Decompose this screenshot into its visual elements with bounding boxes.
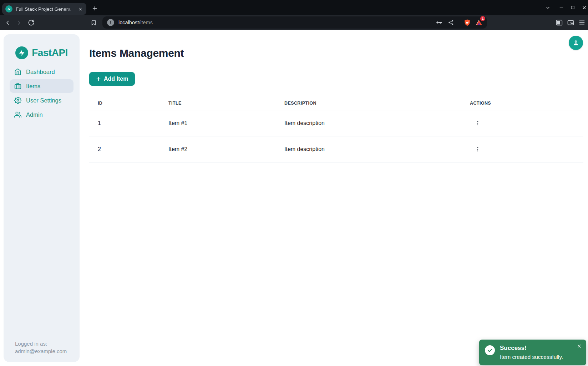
fastapi-favicon-icon: [5, 5, 12, 12]
kebab-icon: [475, 146, 481, 152]
logged-in-label: Logged in as:: [15, 340, 67, 347]
url-host: localhost: [118, 20, 139, 25]
menu-hamburger-icon[interactable]: [578, 19, 586, 26]
tab-close-icon[interactable]: [77, 6, 83, 12]
browser-tab[interactable]: Full Stack Project Genera: [2, 3, 86, 15]
password-key-icon[interactable]: [435, 19, 443, 26]
cell-id: 2: [89, 136, 160, 162]
fastapi-bolt-icon: [15, 46, 28, 59]
cell-description: Item description: [276, 136, 461, 162]
url-text: localhost/items: [118, 20, 153, 25]
sidebar-item-dashboard[interactable]: Dashboard: [10, 65, 74, 79]
toolbar-divider: [459, 19, 459, 26]
tab-title: Full Stack Project Genera: [16, 6, 77, 12]
reload-button[interactable]: [27, 19, 35, 26]
sidebar-item-label: Items: [26, 83, 40, 90]
toast-close-button[interactable]: [576, 343, 582, 349]
site-info-icon[interactable]: [107, 19, 114, 26]
wallet-icon[interactable]: [567, 19, 574, 26]
maximize-button[interactable]: [569, 4, 577, 11]
forward-button[interactable]: [15, 19, 23, 26]
sidebar-panel-icon[interactable]: [555, 19, 563, 26]
sidebar-item-label: User Settings: [26, 97, 61, 104]
browser-toolbar: localhost/items 1: [0, 15, 588, 30]
url-bar[interactable]: localhost/items 1: [102, 16, 487, 29]
main-content: Items Management Add Item ID TITLE DESCR…: [89, 30, 583, 162]
sidebar-item-label: Admin: [26, 111, 43, 118]
minimize-button[interactable]: [557, 4, 565, 11]
sidebar-item-label: Dashboard: [26, 69, 55, 75]
sidebar-item-user-settings[interactable]: User Settings: [10, 94, 74, 107]
close-window-button[interactable]: [580, 4, 588, 11]
url-path: /items: [139, 20, 153, 25]
bookmark-icon[interactable]: [90, 19, 97, 26]
toast-body: Success! Item created successfully.: [500, 344, 563, 360]
column-header-actions: ACTIONS: [461, 96, 583, 110]
success-toast: Success! Item created successfully.: [479, 340, 586, 365]
users-icon: [14, 111, 21, 118]
column-header-title: TITLE: [160, 96, 276, 110]
cell-title: Item #2: [160, 136, 276, 162]
table-header-row: ID TITLE DESCRIPTION ACTIONS: [89, 96, 583, 110]
page-title: Items Management: [89, 47, 583, 59]
row-actions-menu-button[interactable]: [473, 144, 483, 154]
fastapi-logo: FastAPI: [4, 34, 80, 59]
brave-rewards-icon[interactable]: 1: [475, 19, 483, 26]
home-icon: [14, 68, 21, 75]
new-tab-button[interactable]: [90, 4, 99, 13]
toast-title: Success!: [500, 345, 563, 352]
user-avatar-button[interactable]: [569, 36, 583, 50]
back-button[interactable]: [4, 19, 11, 26]
app-sidebar: FastAPI Dashboard Items User Settings Ad…: [4, 34, 80, 362]
brave-shield-icon[interactable]: [463, 19, 471, 26]
toast-message: Item created successfully.: [500, 354, 563, 360]
browser-tab-bar: Full Stack Project Genera: [0, 0, 588, 15]
cell-title: Item #1: [160, 110, 276, 136]
sidebar-item-items[interactable]: Items: [10, 79, 74, 93]
column-header-id: ID: [89, 96, 160, 110]
sidebar-nav: Dashboard Items User Settings Admin: [4, 65, 80, 121]
kebab-icon: [475, 120, 481, 126]
add-item-label: Add Item: [104, 76, 128, 82]
logged-in-info: Logged in as: admin@example.com: [15, 340, 67, 355]
share-icon[interactable]: [447, 19, 455, 26]
cell-description: Item description: [276, 110, 461, 136]
table-row: 2 Item #2 Item description: [89, 136, 583, 162]
user-icon: [572, 39, 580, 47]
check-circle-icon: [485, 345, 495, 355]
rewards-badge: 1: [480, 16, 485, 21]
cell-id: 1: [89, 110, 160, 136]
tab-search-chevron-icon[interactable]: [544, 4, 552, 11]
sidebar-item-admin[interactable]: Admin: [10, 108, 74, 121]
plus-icon: [96, 76, 101, 81]
items-table: ID TITLE DESCRIPTION ACTIONS 1 Item #1 I…: [89, 96, 583, 162]
gear-icon: [14, 97, 21, 104]
add-item-button[interactable]: Add Item: [89, 72, 135, 86]
briefcase-icon: [14, 82, 21, 90]
column-header-description: DESCRIPTION: [276, 96, 461, 110]
brand-name: FastAPI: [32, 47, 68, 59]
table-row: 1 Item #1 Item description: [89, 110, 583, 136]
logged-in-email: admin@example.com: [15, 347, 67, 355]
row-actions-menu-button[interactable]: [473, 118, 483, 128]
